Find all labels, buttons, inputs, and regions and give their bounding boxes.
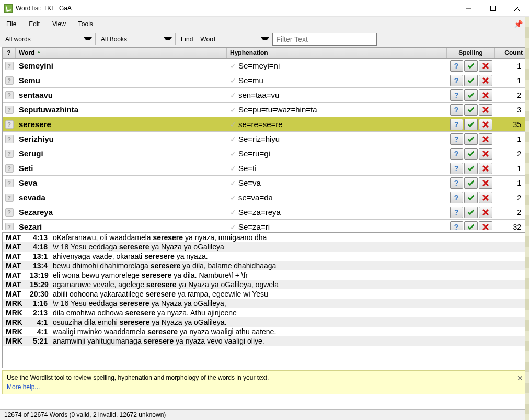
scope-dropdown[interactable]: All words: [3, 35, 92, 44]
pin-icon[interactable]: 📌: [514, 20, 523, 28]
table-row[interactable]: ?Semeyini✓Se=meyi=ni?1: [3, 59, 526, 73]
spell-unknown-button[interactable]: ?: [450, 104, 463, 116]
spell-unknown-button[interactable]: ?: [450, 119, 463, 130]
word-cell: sevada: [16, 193, 227, 202]
table-row[interactable]: ?sentaavu✓sen=taa=vu?2: [3, 88, 526, 103]
find-field-dropdown[interactable]: Word: [198, 35, 269, 44]
hyphenation-cell: ✓se=va=da: [227, 193, 447, 202]
concordance-row[interactable]: MRK5:21anamwinji yahitugumanaga seresere…: [3, 336, 526, 346]
close-button[interactable]: [505, 0, 529, 17]
tip-close-icon[interactable]: ✕: [517, 374, 523, 382]
book-ref: MAT: [6, 262, 30, 270]
spell-valid-button[interactable]: [464, 207, 478, 218]
spell-invalid-button[interactable]: [479, 148, 492, 160]
concordance-row[interactable]: MAT20:30abiili oohoona yakaraatilege ser…: [3, 289, 526, 299]
spell-invalid-button[interactable]: [479, 75, 492, 86]
spell-invalid-button[interactable]: [479, 104, 492, 116]
count-cell: 2: [495, 91, 526, 99]
edge-artifact: [525, 17, 529, 420]
table-row[interactable]: ?Serugi✓Se=ru=gi?2: [3, 146, 526, 161]
word-cell: Semu: [16, 76, 227, 85]
spell-invalid-button[interactable]: [479, 221, 492, 230]
concordance-pane[interactable]: MAT4:13oKafaranawu, oli waaddamela seres…: [2, 232, 527, 368]
concordance-row[interactable]: MAT15:29agamaruwe vevale, agelege serese…: [3, 280, 526, 289]
menu-view[interactable]: View: [46, 18, 72, 30]
grid-body[interactable]: ?Semeyini✓Se=meyi=ni?1?Semu✓Se=mu?1?sent…: [3, 59, 526, 230]
spell-invalid-button[interactable]: [479, 192, 492, 203]
col-word[interactable]: Word ▲: [16, 48, 227, 58]
concordance-row[interactable]: MRK4:1waaligi mwinko waaddamela seresere…: [3, 327, 526, 336]
menu-file[interactable]: File: [0, 18, 22, 30]
spell-invalid-button[interactable]: [479, 163, 492, 174]
spell-valid-button[interactable]: [464, 163, 478, 174]
spell-invalid-button[interactable]: [479, 177, 492, 189]
table-row[interactable]: ?Sezareya✓Se=za=reya?2: [3, 205, 526, 220]
concordance-row[interactable]: MAT13:1ahivenyaga vaade, okaraati serese…: [3, 252, 526, 261]
chevron-down-icon: [261, 37, 269, 42]
col-count[interactable]: Count: [495, 48, 526, 58]
concordance-row[interactable]: MRK4:1osuuziha dila emohi seresere ya Ny…: [3, 317, 526, 327]
spell-unknown-button[interactable]: ?: [450, 75, 463, 86]
count-cell: 2: [495, 150, 526, 158]
concordance-row[interactable]: MAT4:18\v 18 Yesu eeddaga seresere ya Ny…: [3, 242, 526, 252]
table-row[interactable]: ?Semu✓Se=mu?1: [3, 73, 526, 88]
concordance-row[interactable]: MRK1:16\v 16 Yesu eeddaga seresere ya Ny…: [3, 299, 526, 308]
table-row[interactable]: ?Seva✓Se=va?1: [3, 176, 526, 190]
count-cell: 1: [495, 135, 526, 143]
spelling-cell: ?: [447, 221, 495, 230]
spell-unknown-button[interactable]: ?: [450, 221, 463, 230]
check-icon: ✓: [230, 150, 236, 158]
status-cell: ?: [3, 150, 16, 158]
spell-valid-button[interactable]: [464, 177, 478, 189]
spell-invalid-button[interactable]: [479, 207, 492, 218]
concordance-row[interactable]: MAT13:4bewu dhimohi dhahimorelaga serese…: [3, 261, 526, 270]
table-row[interactable]: ?Seputuwazhinta✓Se=pu=tu=waz=hin=ta?3: [3, 103, 526, 117]
minimize-button[interactable]: [457, 0, 481, 17]
concordance-row[interactable]: MAT4:13oKafaranawu, oli waaddamela seres…: [3, 233, 526, 242]
spell-unknown-button[interactable]: ?: [450, 148, 463, 160]
spell-valid-button[interactable]: [464, 221, 478, 230]
spell-unknown-button[interactable]: ?: [450, 207, 463, 218]
title-bar: Word list: TKE_GaA: [0, 0, 529, 17]
spell-valid-button[interactable]: [464, 148, 478, 160]
col-hyphenation[interactable]: Hyphenation: [227, 48, 447, 58]
menu-tools[interactable]: Tools: [72, 18, 99, 30]
spell-valid-button[interactable]: [464, 60, 478, 72]
spell-valid-button[interactable]: [464, 119, 478, 130]
concordance-row[interactable]: MRK2:13dila emohiwa odhowa seresere ya n…: [3, 308, 526, 317]
book-ref: MRK: [6, 327, 30, 336]
col-spelling[interactable]: Spelling: [447, 48, 495, 58]
table-row[interactable]: ?Seti✓Se=ti?1: [3, 161, 526, 176]
spell-unknown-button[interactable]: ?: [450, 133, 463, 145]
spell-valid-button[interactable]: [464, 89, 478, 101]
spell-valid-button[interactable]: [464, 133, 478, 145]
spell-unknown-button[interactable]: ?: [450, 163, 463, 174]
spell-valid-button[interactable]: [464, 75, 478, 86]
concordance-row[interactable]: MAT13:19eli wona bewu yamorelege sereser…: [3, 270, 526, 280]
table-row[interactable]: ?seresere✓se=re=se=re?35: [3, 117, 526, 132]
word-cell: seresere: [16, 120, 227, 129]
spell-invalid-button[interactable]: [479, 119, 492, 130]
spell-invalid-button[interactable]: [479, 89, 492, 101]
menu-edit[interactable]: Edit: [22, 18, 46, 30]
filter-input[interactable]: [272, 33, 377, 46]
table-row[interactable]: ?Serizhiyu✓Se=riz=hiyu?1: [3, 132, 526, 146]
spell-unknown-button[interactable]: ?: [450, 177, 463, 189]
spell-unknown-button[interactable]: ?: [450, 192, 463, 203]
hyphenation-cell: ✓se=re=se=re: [227, 120, 447, 129]
spell-invalid-button[interactable]: [479, 133, 492, 145]
spell-valid-button[interactable]: [464, 192, 478, 203]
spell-valid-button[interactable]: [464, 104, 478, 116]
spell-unknown-button[interactable]: ?: [450, 60, 463, 72]
unknown-status-icon: ?: [5, 208, 14, 217]
table-row[interactable]: ?Sezari✓Se=za=ri?32: [3, 220, 526, 230]
concordance-text: dila emohiwa odhowa seresere ya nyaza. A…: [53, 309, 523, 317]
col-status[interactable]: ?: [3, 48, 16, 58]
books-dropdown[interactable]: All Books: [99, 35, 172, 44]
spell-unknown-button[interactable]: ?: [450, 89, 463, 101]
tip-more-link[interactable]: More help...: [7, 383, 40, 391]
chapter-verse: 20:30: [30, 290, 53, 298]
table-row[interactable]: ?sevada✓se=va=da?2: [3, 190, 526, 205]
maximize-button[interactable]: [481, 0, 505, 17]
spell-invalid-button[interactable]: [479, 60, 492, 72]
